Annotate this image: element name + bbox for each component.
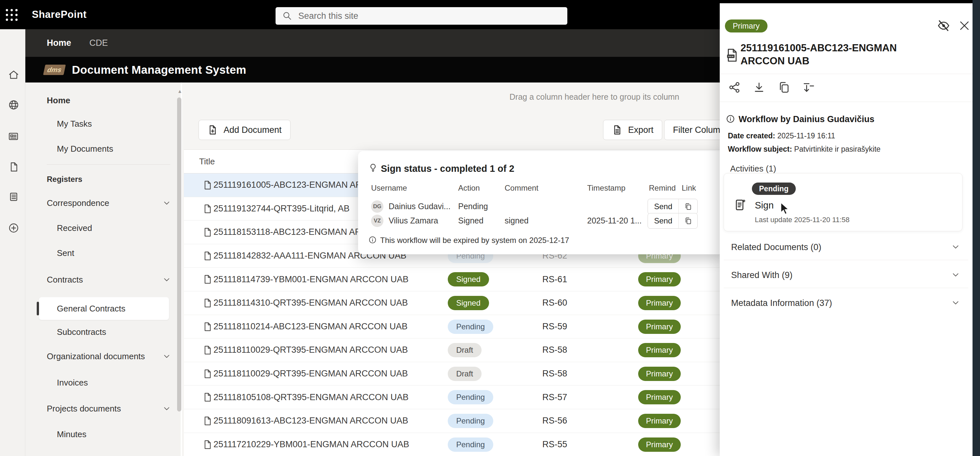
primary-label-badge: Primary: [638, 296, 681, 310]
table-row[interactable]: 251118110029-QRT395-ENGMAN ARCCON UABDra…: [184, 362, 720, 386]
document-title-cell[interactable]: 251118114310-QRT395-ENGMAN ARCCON UAB: [213, 291, 408, 315]
chevron-down-icon[interactable]: [162, 404, 172, 413]
primary-badge: Primary: [725, 19, 767, 32]
activity-last-update: Last update 2025-11-20 11:58: [755, 216, 850, 224]
column-header-title[interactable]: Title: [199, 157, 215, 167]
document-title-cell[interactable]: 251118114739-YBM001-ENGMAN ARCCON UAB: [213, 268, 409, 291]
send-reminder-button[interactable]: Send: [648, 213, 678, 228]
screen: SharePoint Search this site Home CDE dms…: [0, 0, 980, 456]
sidebar-item-correspondence[interactable]: Correspondence: [47, 192, 109, 214]
sidebar-item-general-contracts[interactable]: General Contracts: [57, 297, 126, 320]
import-icon[interactable]: [802, 81, 815, 94]
document-icon: [202, 297, 213, 308]
sidebar-item-label: Registers: [47, 175, 82, 184]
sidebar-item-label: Home: [47, 95, 70, 106]
table-row[interactable]: 251118114739-YBM001-ENGMAN ARCCON UABSig…: [184, 268, 720, 291]
document-title-cell[interactable]: 251118110029-QRT395-ENGMAN ARCCON UAB: [213, 362, 408, 386]
section-related-documents[interactable]: Related Documents (0): [720, 234, 972, 260]
sidebar-item-organizational-documents[interactable]: Organizational documents: [47, 345, 145, 368]
sidebar-item-received[interactable]: Received: [57, 217, 92, 239]
document-icon[interactable]: [8, 161, 19, 173]
filter-columns-button[interactable]: Filter Columns: [664, 120, 720, 140]
table-row[interactable]: 251118091613-ABC123-ENGMAN ARCCON UABPen…: [184, 409, 720, 433]
primary-label-badge: Primary: [638, 367, 681, 381]
sidebar-item-home[interactable]: Home: [47, 89, 70, 112]
sign-status-popup: Sign status - completed 1 of 2 UsernameA…: [358, 151, 724, 254]
add-document-button[interactable]: Add Document: [199, 120, 291, 140]
popup-column-header: Link: [682, 184, 696, 192]
export-file-icon: [612, 124, 623, 135]
sidebar-item-invoices[interactable]: Invoices: [57, 371, 88, 394]
scrollbar-up-arrow[interactable]: ▲: [177, 88, 182, 94]
sidebar-item-my-tasks[interactable]: My Tasks: [57, 112, 92, 135]
download-icon[interactable]: [752, 81, 766, 94]
share-icon[interactable]: [728, 81, 741, 94]
copy-link-button[interactable]: [678, 199, 697, 214]
workflow-title: Workflow by Dainius Gudavičius: [738, 114, 874, 124]
document-icon: [202, 180, 213, 191]
sidebar-item-label: Sent: [57, 248, 75, 258]
primary-label-badge: Primary: [638, 437, 681, 452]
send-reminder-button[interactable]: Send: [648, 199, 678, 214]
site-nav-bar: Home CDE: [25, 29, 720, 57]
section-shared-with[interactable]: Shared With (9): [720, 262, 972, 288]
copy-icon[interactable]: [777, 81, 791, 94]
sidebar-item-contracts[interactable]: Contracts: [47, 268, 83, 291]
chevron-down-icon[interactable]: [162, 275, 172, 284]
status-badge: Signed: [448, 272, 489, 286]
hide-preview-icon[interactable]: [937, 19, 950, 32]
sidebar-divider: [47, 164, 170, 165]
document-title-cell[interactable]: 251117210229-YBM001-ENGMAN ARCCON UAB: [213, 433, 409, 456]
globe-icon[interactable]: [8, 99, 19, 111]
app-launcher-icon[interactable]: [5, 8, 19, 22]
chevron-down-icon[interactable]: [950, 242, 961, 252]
chevron-down-icon[interactable]: [950, 270, 961, 280]
sidebar-scrollbar[interactable]: [177, 97, 181, 412]
workflow-subject-row: Workflow subject: Patvirtinkite ir pasir…: [728, 145, 881, 154]
popup-column-header: Remind: [649, 184, 676, 192]
activity-name[interactable]: Sign: [755, 200, 774, 211]
info-icon: [368, 235, 377, 244]
chevron-down-icon[interactable]: [162, 351, 172, 361]
status-badge: Draft: [448, 343, 482, 357]
chevron-down-icon[interactable]: [162, 198, 172, 208]
search-input[interactable]: Search this site: [275, 7, 567, 25]
document-title-cell[interactable]: 251118091613-ABC123-ENGMAN ARCCON UAB: [213, 409, 408, 433]
sidebar-item-my-documents[interactable]: My Documents: [57, 137, 113, 160]
export-button[interactable]: Export: [603, 120, 662, 140]
section-metadata-information[interactable]: Metadata Information (37): [720, 290, 972, 316]
document-title-cell[interactable]: 251118110029-QRT395-ENGMAN ARCCON UAB: [213, 338, 408, 362]
news-icon[interactable]: [8, 130, 19, 142]
document-icon: [202, 250, 213, 261]
table-row[interactable]: 251118110029-QRT395-ENGMAN ARCCON UABDra…: [184, 338, 720, 362]
signer-name: Vilius Zamara: [389, 216, 438, 226]
sidebar-item-label: Minutes: [57, 429, 86, 439]
tab-cde[interactable]: CDE: [89, 38, 108, 48]
sidebar-item-label: My Documents: [57, 144, 113, 154]
copy-link-button[interactable]: [678, 213, 697, 228]
rs-number-cell: RS-61: [542, 268, 567, 291]
divider: [720, 74, 972, 74]
activity-card[interactable]: Pending Sign Last update 2025-11-20 11:5…: [724, 173, 963, 231]
table-row[interactable]: 251118114310-QRT395-ENGMAN ARCCON UABSig…: [184, 291, 720, 315]
home-icon[interactable]: [8, 69, 19, 81]
close-icon[interactable]: [958, 19, 971, 32]
sidebar-item-subcontracts[interactable]: Subcontracts: [57, 321, 106, 343]
document-title-cell[interactable]: 251118110214-ABC123-ENGMAN ARCCON UAB: [213, 315, 407, 338]
remind-link-group: Send: [648, 199, 698, 214]
plus-circle-icon[interactable]: [8, 222, 19, 234]
chevron-down-icon[interactable]: [950, 297, 961, 308]
table-row[interactable]: 251117210229-YBM001-ENGMAN ARCCON UABPen…: [184, 433, 720, 456]
sidebar-item-projects-documents[interactable]: Projects documents: [47, 397, 121, 420]
sidebar-item-minutes[interactable]: Minutes: [57, 423, 86, 446]
sidebar-item-sent[interactable]: Sent: [57, 242, 75, 264]
table-row[interactable]: 251118105108-QRT395-ENGMAN ARCCON UABPen…: [184, 386, 720, 409]
signer-row: DGDainius Gudavi...PendingSend: [358, 199, 724, 214]
tab-home[interactable]: Home: [47, 38, 71, 48]
document-title-cell[interactable]: 251119132744-QRT395-Litqrid, AB: [213, 197, 350, 221]
sidebar-item-label: My Tasks: [57, 119, 92, 129]
table-row[interactable]: 251118110214-ABC123-ENGMAN ARCCON UABPen…: [184, 315, 720, 339]
sidebar-selected-indicator: [37, 302, 39, 315]
notebook-icon[interactable]: [8, 191, 19, 203]
document-title-cell[interactable]: 251118105108-QRT395-ENGMAN ARCCON UAB: [213, 386, 409, 409]
